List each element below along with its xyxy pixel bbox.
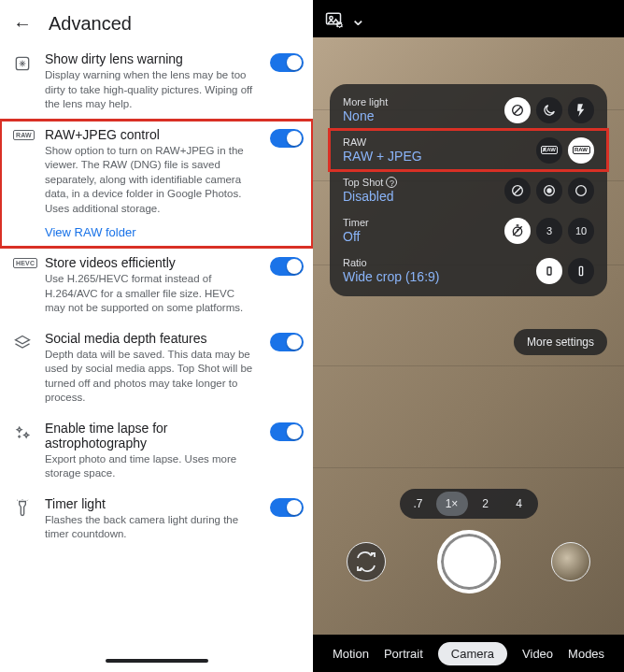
svg-point-6 (547, 189, 551, 193)
camera-app: ⌄ More light None RAW RA (313, 0, 624, 672)
mode-modes[interactable]: Modes (568, 647, 604, 661)
setting-desc: Export photo and time lapse. Uses more s… (45, 452, 257, 481)
more-settings-chip[interactable]: More settings (514, 329, 607, 355)
gallery-thumbnail[interactable] (551, 542, 590, 581)
shutter-row (313, 530, 624, 593)
switch-camera-button[interactable] (347, 542, 386, 581)
toggle-switch[interactable] (270, 53, 304, 72)
qs-value: RAW + JPEG (343, 149, 529, 164)
zoom-1x[interactable]: 1× (436, 492, 468, 516)
topshot-auto-icon[interactable] (536, 178, 562, 204)
camera-topbar: ⌄ (313, 0, 624, 37)
settings-header: ← Advanced (0, 0, 313, 38)
settings-list: Show dirty lens warning Display warning … (0, 38, 313, 655)
timer-3-icon[interactable]: 3 (536, 218, 562, 244)
mode-camera[interactable]: Camera (438, 642, 507, 665)
setting-title: Social media depth features (45, 331, 257, 346)
qs-label: More light (343, 96, 497, 107)
setting-desc: Use H.265/HEVC format instead of H.264/A… (45, 272, 257, 316)
flash-icon[interactable] (568, 97, 594, 123)
quick-settings-panel: More light None RAW RAW + JPEG R̸AW RAW (330, 84, 607, 296)
toggle-switch[interactable] (270, 333, 304, 351)
image-settings-icon[interactable] (324, 9, 343, 28)
qs-value: Off (343, 229, 497, 244)
help-icon[interactable]: ? (386, 177, 397, 188)
setting-desc: Depth data will be saved. This data may … (45, 348, 257, 406)
zoom-selector: .7 1× 2 4 (400, 489, 538, 519)
setting-timer-light[interactable]: Timer light Flashes the back camera ligh… (0, 489, 313, 550)
svg-rect-10 (579, 266, 582, 275)
setting-title: Store videos efficiently (45, 255, 257, 270)
hevc-tag-icon: HEVC (13, 255, 32, 316)
qs-value: None (343, 108, 497, 123)
setting-dirty-lens[interactable]: Show dirty lens warning Display warning … (0, 44, 313, 120)
qs-more-light: More light None (330, 90, 607, 130)
setting-store-videos[interactable]: HEVC Store videos efficiently Use H.265/… (0, 248, 313, 323)
modes-bar: Motion Portrait Camera Video Modes (313, 635, 624, 672)
zoom-0-7[interactable]: .7 (403, 492, 434, 516)
setting-title: RAW+JPEG control (45, 127, 257, 142)
flashlight-icon (13, 496, 32, 542)
sparkles-plus-icon (13, 421, 32, 481)
zoom-2[interactable]: 2 (470, 492, 502, 516)
qs-label: Timer (343, 217, 497, 228)
ratio-16-9-icon[interactable] (568, 258, 594, 284)
qs-label: Ratio (343, 257, 529, 268)
toggle-switch[interactable] (270, 498, 304, 517)
settings-panel: ← Advanced Show dirty lens warning Displ… (0, 0, 313, 672)
setting-astro[interactable]: Enable time lapse for astrophotography E… (0, 413, 313, 489)
mode-portrait[interactable]: Portrait (384, 647, 423, 661)
mode-motion[interactable]: Motion (333, 647, 369, 661)
qs-value: Disabled (343, 189, 497, 204)
setting-desc: Display warning when the lens may be too… (45, 68, 257, 112)
jpeg-only-icon[interactable]: R̸AW (536, 137, 562, 164)
zoom-4[interactable]: 4 (503, 492, 535, 516)
raw-jpeg-icon[interactable]: RAW (568, 137, 594, 164)
timer-10-icon[interactable]: 10 (568, 218, 594, 244)
setting-desc: Show option to turn on RAW+JPEG in the v… (45, 144, 257, 217)
setting-title: Timer light (45, 496, 257, 511)
setting-desc: Flashes the back camera light during the… (45, 513, 257, 542)
qs-value: Wide crop (16:9) (343, 269, 529, 284)
night-sight-icon[interactable] (536, 97, 562, 123)
toggle-switch[interactable] (270, 422, 304, 441)
setting-raw-jpeg[interactable]: RAW RAW+JPEG control Show option to turn… (0, 120, 313, 249)
toggle-switch[interactable] (270, 257, 304, 276)
mode-video[interactable]: Video (522, 647, 553, 661)
toggle-switch[interactable] (270, 129, 304, 148)
ratio-4-3-icon[interactable] (536, 258, 562, 284)
setting-depth[interactable]: Social media depth features Depth data w… (0, 323, 313, 413)
topshot-off-icon[interactable] (504, 178, 531, 204)
setting-title: Enable time lapse for astrophotography (45, 421, 257, 450)
layers-icon (13, 331, 32, 406)
qs-label: RAW (343, 136, 529, 148)
view-raw-folder-link[interactable]: View RAW folder (45, 225, 136, 239)
page-title: Advanced (49, 13, 132, 35)
qs-ratio: Ratio Wide crop (16:9) (330, 250, 607, 291)
gesture-bar[interactable] (106, 659, 208, 663)
camera-viewfinder: More light None RAW RAW + JPEG R̸AW RAW (313, 37, 624, 635)
sparkle-icon (13, 51, 32, 112)
qs-top-shot: Top Shot? Disabled (330, 170, 607, 210)
svg-point-7 (576, 185, 587, 195)
topshot-on-icon[interactable] (568, 178, 594, 204)
svg-point-2 (330, 17, 333, 20)
setting-title: Show dirty lens warning (45, 51, 257, 66)
chevron-down-icon[interactable]: ⌄ (350, 7, 366, 30)
qs-timer: Timer Off 3 10 (330, 210, 607, 250)
raw-tag-icon: RAW (13, 127, 32, 241)
qs-label: Top Shot? (343, 177, 497, 188)
svg-rect-9 (547, 267, 551, 275)
qs-raw: RAW RAW + JPEG R̸AW RAW (330, 130, 607, 170)
back-icon[interactable]: ← (13, 13, 32, 35)
none-icon[interactable] (504, 97, 531, 123)
timer-off-icon[interactable] (504, 218, 531, 244)
shutter-button[interactable] (437, 530, 501, 593)
